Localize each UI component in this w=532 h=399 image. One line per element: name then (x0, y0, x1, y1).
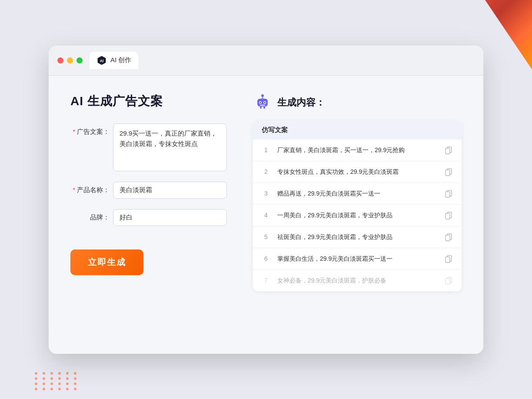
traffic-lights (57, 57, 83, 63)
ad-copy-required: * (73, 128, 75, 135)
svg-rect-21 (446, 235, 450, 241)
table-row: 1厂家直销，美白淡斑霜，买一送一，29.9元抢购 (253, 140, 462, 161)
product-name-label: *产品名称： (70, 182, 110, 194)
copy-icon[interactable] (444, 233, 453, 241)
main-content: AI 生成广告文案 *广告文案： *产品名称： 品牌： 立即生成 (49, 76, 483, 354)
result-title: 生成内容： (277, 96, 325, 109)
product-name-group: *产品名称： (70, 182, 227, 199)
table-row: 7女神必备，29.9元美白淡斑霜，护肤必备 (253, 270, 462, 291)
copy-icon[interactable] (444, 189, 453, 198)
copy-icon[interactable] (444, 276, 453, 285)
right-panel: 生成内容： 仿写文案 1厂家直销，美白淡斑霜，买一送一，29.9元抢购 2专抹女… (253, 93, 462, 336)
brand-input[interactable] (113, 209, 227, 226)
submit-button[interactable]: 立即生成 (70, 249, 143, 275)
table-row: 6掌握美白生活，29.9元美白淡斑霜买一送一 (253, 248, 462, 270)
table-row: 3赠品再送，29.9元美白淡斑霜买一送一 (253, 183, 462, 205)
app-window: AI AI 创作 AI 生成广告文案 *广告文案： *产品名称： (49, 46, 483, 354)
ad-copy-label: *广告文案： (70, 123, 110, 136)
row-number: 1 (262, 146, 270, 153)
svg-point-7 (260, 102, 261, 103)
table-row: 2专抹女性斑点，真实功效，29.9元美白淡斑霜 (253, 161, 462, 183)
row-text: 女神必备，29.9元美白淡斑霜，护肤必备 (277, 276, 437, 285)
table-row: 5祛斑美白，29.9元美白淡斑霜，专业护肤品 (253, 226, 462, 248)
svg-rect-9 (260, 105, 265, 106)
product-name-required: * (73, 186, 75, 193)
row-number: 6 (262, 255, 270, 262)
row-number: 7 (262, 277, 270, 284)
brand-label: 品牌： (70, 209, 110, 222)
minimize-button[interactable] (67, 57, 73, 63)
svg-rect-17 (446, 192, 450, 197)
row-text: 厂家直销，美白淡斑霜，买一送一，29.9元抢购 (277, 146, 437, 155)
close-button[interactable] (57, 57, 63, 63)
ad-copy-input[interactable] (113, 123, 227, 171)
svg-rect-19 (446, 213, 450, 219)
row-text: 赠品再送，29.9元美白淡斑霜买一送一 (277, 189, 437, 198)
svg-rect-15 (446, 170, 450, 176)
table-header: 仿写文案 (253, 121, 462, 140)
result-table: 仿写文案 1厂家直销，美白淡斑霜，买一送一，29.9元抢购 2专抹女性斑点，真实… (253, 121, 462, 291)
app-tab[interactable]: AI AI 创作 (90, 52, 138, 69)
svg-point-2 (261, 94, 264, 97)
copy-icon[interactable] (444, 211, 453, 219)
row-number: 2 (262, 168, 270, 175)
tab-title: AI 创作 (110, 56, 131, 64)
row-number: 3 (262, 190, 270, 197)
ai-tab-icon: AI (96, 55, 107, 66)
brand-group: 品牌： (70, 209, 227, 226)
row-text: 一周美白，29.9元美白淡斑霜，专业护肤品 (277, 211, 437, 220)
svg-rect-25 (446, 279, 450, 284)
svg-rect-23 (446, 257, 450, 263)
ad-copy-group: *广告文案： (70, 123, 227, 171)
row-text: 掌握美白生活，29.9元美白淡斑霜买一送一 (277, 254, 437, 263)
product-name-input[interactable] (113, 182, 227, 199)
row-number: 5 (262, 233, 270, 240)
svg-rect-10 (260, 106, 262, 109)
left-panel: AI 生成广告文案 *广告文案： *产品名称： 品牌： 立即生成 (70, 93, 227, 336)
bot-icon (253, 93, 272, 112)
result-header: 生成内容： (253, 93, 462, 112)
row-text: 祛斑美白，29.9元美白淡斑霜，专业护肤品 (277, 233, 437, 242)
copy-icon[interactable] (444, 254, 453, 263)
table-row: 4一周美白，29.9元美白淡斑霜，专业护肤品 (253, 205, 462, 226)
svg-text:AI: AI (100, 59, 104, 63)
row-number: 4 (262, 212, 270, 219)
page-title: AI 生成广告文案 (70, 93, 227, 110)
copy-icon[interactable] (444, 146, 453, 154)
svg-rect-13 (446, 148, 450, 154)
copy-icon[interactable] (444, 167, 453, 176)
row-text: 专抹女性斑点，真实功效，29.9元美白淡斑霜 (277, 167, 437, 176)
bg-decoration-bottom-left (35, 372, 79, 390)
svg-rect-11 (263, 106, 265, 109)
svg-point-8 (264, 102, 266, 103)
maximize-button[interactable] (76, 57, 83, 63)
title-bar: AI AI 创作 (49, 46, 483, 76)
